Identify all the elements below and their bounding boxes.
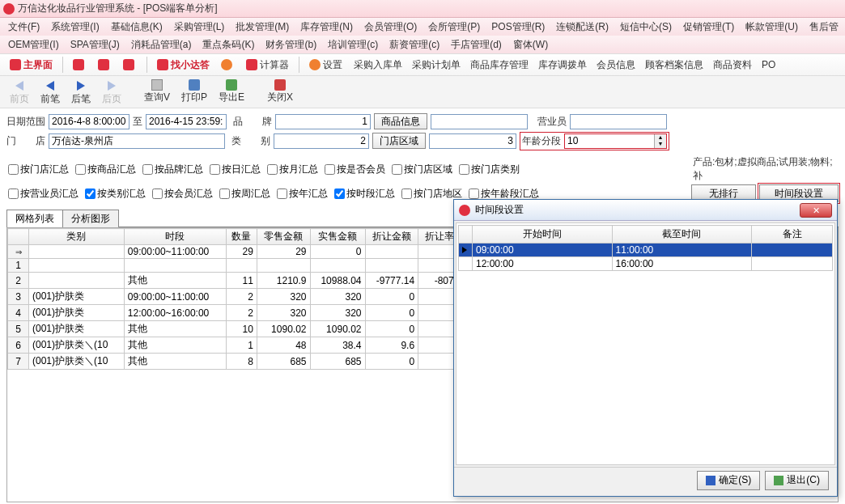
- toolbar-shortcut[interactable]: 采购计划单: [407, 57, 465, 74]
- table-row[interactable]: 1: [8, 259, 461, 273]
- main-panel-button[interactable]: 主界面: [5, 57, 57, 74]
- summary-checkbox[interactable]: 按营业员汇总: [6, 187, 80, 201]
- store-input[interactable]: [49, 133, 225, 149]
- tab-grid[interactable]: 网格列表: [6, 210, 63, 227]
- sales-input[interactable]: [570, 114, 667, 129]
- dialog-cell[interactable]: 12:00:00: [473, 257, 613, 271]
- menu-item[interactable]: 手店管理(d): [446, 36, 507, 53]
- spin-down-icon[interactable]: ▼: [655, 141, 666, 148]
- checkbox-input[interactable]: [219, 188, 230, 199]
- menu-item[interactable]: 财务管理(b): [261, 36, 321, 53]
- grid-header[interactable]: 时段: [124, 229, 226, 245]
- dialog-row[interactable]: 09:00:0011:00:00: [459, 244, 833, 257]
- brand-input[interactable]: [275, 114, 371, 129]
- table-row[interactable]: ⇒09:00:00~11:00:0029290: [8, 245, 461, 259]
- last-page-button[interactable]: 后页: [97, 78, 126, 108]
- toolbar-shortcut[interactable]: 库存调拨单: [533, 57, 592, 74]
- date-to-input[interactable]: [146, 114, 227, 129]
- toolbar-shortcut[interactable]: PO: [757, 57, 780, 74]
- grid-header[interactable]: 折让金额: [365, 229, 418, 245]
- table-row[interactable]: 5(001)护肤类其他101090.021090.020: [8, 321, 461, 337]
- checkbox-input[interactable]: [210, 164, 220, 175]
- query-button[interactable]: 查询V: [139, 78, 175, 106]
- find-assistant-button[interactable]: 找小达答: [152, 57, 214, 74]
- grid-header[interactable]: 数量: [226, 229, 257, 245]
- checkbox-input[interactable]: [85, 188, 96, 199]
- menu-item[interactable]: 短信中心(S): [615, 19, 677, 36]
- menu-item[interactable]: 消耗品管理(a): [126, 36, 197, 53]
- dialog-cell[interactable]: [752, 244, 833, 257]
- summary-checkbox[interactable]: 按商品汇总: [74, 163, 138, 176]
- dialog-ok-button[interactable]: 确定(S): [697, 471, 760, 490]
- checkbox-input[interactable]: [8, 164, 19, 175]
- close-button[interactable]: 关闭X: [262, 78, 298, 106]
- calculator-button[interactable]: 计算器: [241, 57, 294, 74]
- menu-item[interactable]: SPA管理(J): [66, 36, 125, 53]
- dialog-cell[interactable]: [752, 257, 833, 271]
- store-area-button[interactable]: 门店区域: [372, 133, 426, 149]
- checkbox-input[interactable]: [142, 164, 153, 175]
- toolbar-shortcut[interactable]: 商品库存管理: [465, 57, 533, 74]
- grid-header[interactable]: [8, 229, 29, 245]
- checkbox-input[interactable]: [75, 164, 86, 175]
- menu-item[interactable]: POS管理(R): [486, 19, 550, 36]
- tab-chart[interactable]: 分析图形: [62, 210, 119, 227]
- tb1-icon-home[interactable]: [216, 57, 240, 72]
- next-record-button[interactable]: 后笔: [66, 78, 96, 108]
- table-row[interactable]: 3(001)护肤类09:00:00~11:00:0023203200: [8, 289, 461, 305]
- print-button[interactable]: 打印P: [176, 78, 212, 106]
- checkbox-input[interactable]: [334, 188, 345, 199]
- age-segment-spinner[interactable]: ▲▼: [564, 133, 667, 149]
- table-row[interactable]: 4(001)护肤类12:00:00~16:00:0023203200: [8, 305, 461, 321]
- checkbox-input[interactable]: [469, 188, 479, 199]
- summary-checkbox[interactable]: 按月汇总: [265, 163, 320, 176]
- toolbar-shortcut[interactable]: 会员信息: [592, 57, 640, 74]
- toolbar-shortcut[interactable]: 商品资料: [708, 57, 757, 74]
- checkbox-input[interactable]: [152, 188, 163, 199]
- summary-checkbox[interactable]: 按年汇总: [275, 187, 329, 201]
- export-button[interactable]: 导出E: [214, 78, 249, 106]
- checkbox-input[interactable]: [325, 164, 335, 175]
- menu-item[interactable]: 会员管理(O): [359, 19, 422, 36]
- checkbox-input[interactable]: [277, 188, 287, 199]
- product-info-button[interactable]: 商品信息: [374, 113, 427, 129]
- menu-item[interactable]: 会所管理(P): [423, 19, 485, 36]
- menu-item[interactable]: 促销管理(T): [678, 19, 739, 36]
- tb1-icon-2[interactable]: [93, 57, 117, 72]
- table-row[interactable]: 2其他111210.910988.04-9777.14-807.: [8, 273, 461, 289]
- menu-item[interactable]: 帐款管理(U): [741, 19, 803, 36]
- dialog-exit-button[interactable]: 退出(C): [765, 471, 829, 490]
- menu-item[interactable]: 窗体(W): [508, 36, 553, 53]
- menu-item[interactable]: 培训管理(c): [323, 36, 383, 53]
- summary-checkbox[interactable]: 按门店汇总: [6, 163, 70, 176]
- summary-checkbox[interactable]: 按门店区域: [390, 163, 454, 176]
- dialog-close-button[interactable]: ✕: [800, 203, 832, 218]
- summary-checkbox[interactable]: 按会员汇总: [151, 187, 214, 201]
- summary-checkbox[interactable]: 按周汇总: [218, 187, 272, 201]
- tb1-icon-1[interactable]: [68, 57, 91, 72]
- menu-item[interactable]: 采购管理(L): [169, 19, 230, 36]
- checkbox-input[interactable]: [8, 188, 19, 199]
- menu-item[interactable]: 薪资管理(c): [384, 36, 444, 53]
- summary-checkbox[interactable]: 按日汇总: [208, 163, 262, 176]
- toolbar-shortcut[interactable]: 采购入库单: [349, 57, 407, 74]
- dialog-grid-header[interactable]: 备注: [752, 226, 833, 244]
- prev-record-button[interactable]: 前笔: [36, 78, 65, 108]
- date-from-input[interactable]: [49, 114, 130, 129]
- dialog-grid-header[interactable]: 开始时间: [473, 226, 613, 244]
- menu-item[interactable]: 文件(F): [3, 19, 45, 36]
- checkbox-input[interactable]: [459, 164, 469, 175]
- summary-checkbox[interactable]: 按时段汇总: [333, 187, 397, 201]
- summary-checkbox[interactable]: 按年龄段汇总: [467, 187, 541, 201]
- grid-header[interactable]: 零售金额: [257, 229, 310, 245]
- menu-item[interactable]: 连锁配送(R): [551, 19, 614, 36]
- table-row[interactable]: 6(001)护肤类＼(10其他14838.49.6: [8, 337, 461, 354]
- age-segment-input[interactable]: [565, 134, 654, 148]
- menu-item[interactable]: OEM管理(I): [3, 36, 64, 53]
- menu-item[interactable]: 批发管理(M): [231, 19, 294, 36]
- grid-header[interactable]: 实售金额: [310, 229, 365, 245]
- dialog-grid[interactable]: 开始时间截至时间备注 09:00:0011:00:0012:00:0016:00…: [458, 225, 833, 271]
- summary-checkbox[interactable]: 按品牌汇总: [141, 163, 205, 176]
- settings-button[interactable]: 设置: [304, 57, 347, 74]
- dialog-grid-header[interactable]: 截至时间: [612, 226, 752, 244]
